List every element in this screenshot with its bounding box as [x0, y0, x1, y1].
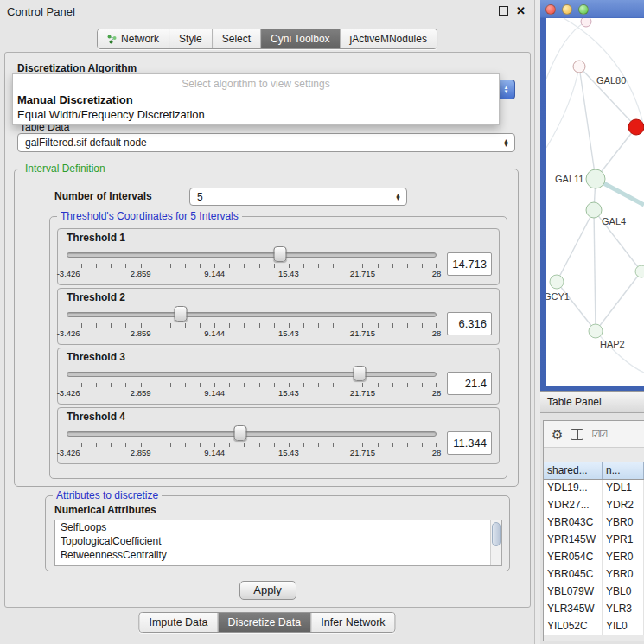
table-cell[interactable]: YER0 [603, 549, 644, 566]
table-row[interactable]: YBR043C YBR0 [544, 514, 644, 532]
table-panel-body: ⚙ ☑☑ shared... n... YDL19... YDL1 YDR27.… [540, 413, 644, 644]
table-data-value: galFiltered.sif default node [25, 137, 147, 149]
node[interactable] [635, 265, 644, 277]
table-cell[interactable]: YBR043C [544, 514, 603, 532]
tab-label: Infer Network [321, 616, 385, 628]
slider-thumb[interactable] [234, 425, 247, 441]
tab-label: Cyni Toolbox [271, 33, 329, 45]
table-cell[interactable]: YDL19... [544, 480, 603, 497]
table-cell[interactable]: YBL0 [603, 583, 644, 601]
table-row[interactable]: YDL19... YDL1 [544, 480, 644, 497]
column-header-name[interactable]: n... [603, 462, 644, 479]
numerical-attributes-label: Numerical Attributes [54, 504, 156, 516]
threshold-slider[interactable]: -3.426 2.859 9.144 15.43 21.715 28 [65, 424, 438, 462]
node-gcy1[interactable] [550, 275, 564, 289]
column-header-shared-name[interactable]: shared... [544, 462, 603, 479]
threshold-value-field[interactable]: 6.316 [447, 312, 492, 335]
threshold-label: Threshold 3 [67, 351, 492, 364]
tab-discretize-data[interactable]: Discretize Data [218, 613, 311, 632]
number-of-intervals-combobox[interactable]: 5 ▲▼ [189, 188, 407, 206]
node-gal11[interactable] [586, 169, 605, 188]
table-cell[interactable]: YPR1 [603, 532, 644, 549]
table-cell[interactable]: YBR045C [544, 566, 603, 583]
tab-jactivemnodules[interactable]: jActiveMNodules [340, 29, 437, 48]
slider-track[interactable] [67, 431, 437, 437]
node-gal4[interactable] [586, 202, 602, 218]
threshold-value-field[interactable]: 21.4 [447, 372, 492, 395]
combobox-arrows-icon[interactable]: ▲▼ [497, 80, 515, 99]
table-cell[interactable]: YIL052C [544, 618, 603, 635]
dropdown-option-equal-width[interactable]: Equal Width/Frequency Discretization [13, 107, 499, 122]
table-cell[interactable]: YDR2 [603, 497, 644, 514]
table-data-combobox[interactable]: galFiltered.sif default node ▲▼ [17, 133, 515, 152]
tab-label: Network [121, 33, 159, 45]
tab-style[interactable]: Style [169, 29, 212, 48]
control-panel-titlebar: Control Panel ✕ [0, 0, 534, 22]
table-row[interactable]: YPR145W YPR1 [544, 532, 644, 549]
dropdown-option-manual-discretization[interactable]: Manual Discretization [13, 92, 499, 107]
table-row[interactable]: YDR27... YDR2 [544, 497, 644, 514]
node-hap2[interactable] [589, 324, 603, 338]
table-row[interactable]: YBL079W YBL0 [544, 583, 644, 601]
tab-label: Style [179, 33, 202, 45]
dropdown-hint-item[interactable]: Select algorithm to view settings [13, 74, 499, 92]
list-item[interactable]: BetweennessCentrality [55, 548, 501, 562]
table-cell[interactable]: YLR3 [603, 601, 644, 618]
threshold-value-field[interactable]: 14.713 [447, 252, 492, 276]
node[interactable] [581, 18, 591, 27]
threshold-slider[interactable]: -3.426 2.859 9.144 15.43 21.715 28 [65, 245, 438, 283]
network-view-window: GAL80 GAL11 GAL4 GCY1 HAP2 [540, 0, 644, 391]
network-canvas[interactable]: GAL80 GAL11 GAL4 GCY1 HAP2 [546, 18, 644, 386]
table-cell[interactable]: YDR27... [544, 497, 603, 514]
tab-infer-network[interactable]: Infer Network [310, 613, 394, 632]
algorithm-dropdown-popup: Select algorithm to view settings Manual… [12, 73, 500, 125]
float-window-icon[interactable] [499, 6, 508, 16]
table-row[interactable]: YIL052C YIL0 [544, 618, 644, 635]
threshold-slider[interactable]: -3.426 2.859 9.144 15.43 21.715 28 [65, 364, 438, 402]
table-panel-header: Table Panel [540, 391, 644, 413]
slider-thumb[interactable] [274, 246, 287, 262]
list-scrollbar[interactable] [490, 520, 501, 565]
table-row[interactable]: YER054C YER0 [544, 549, 644, 566]
list-item[interactable]: SelfLoops [55, 520, 501, 534]
slider-thumb[interactable] [354, 366, 367, 381]
tab-network[interactable]: Network [98, 29, 169, 48]
node-gal80[interactable] [573, 61, 585, 73]
close-icon[interactable]: ✕ [516, 6, 526, 16]
table-cell[interactable]: YBR0 [603, 514, 644, 532]
tab-label: Select [222, 33, 251, 45]
table-cell[interactable]: YBL079W [544, 583, 603, 601]
table-cell[interactable]: YIL0 [603, 618, 644, 635]
list-item[interactable]: TopologicalCoefficient [55, 534, 501, 548]
node-selected-red[interactable] [628, 119, 644, 135]
scrollbar-thumb[interactable] [492, 522, 501, 546]
table-cell[interactable]: YER054C [544, 549, 603, 566]
tab-cyni-toolbox[interactable]: Cyni Toolbox [260, 29, 339, 48]
select-columns-checkbox-icon[interactable]: ☑☑ [591, 430, 607, 439]
tab-impute-data[interactable]: Impute Data [139, 613, 217, 632]
table-row[interactable]: YBR045C YBR0 [544, 566, 644, 583]
table-row[interactable]: YLR345W YLR3 [544, 601, 644, 618]
zoom-traffic-light-icon[interactable] [578, 4, 589, 15]
minimize-traffic-light-icon[interactable] [562, 4, 572, 15]
apply-button[interactable]: Apply [239, 581, 296, 600]
thresholds-stack: Threshold 1 -3.426 2.859 9.144 [50, 217, 507, 478]
table-cell[interactable]: YBR0 [603, 566, 644, 583]
close-traffic-light-icon[interactable] [545, 4, 556, 15]
settings-gear-icon[interactable]: ⚙ [552, 428, 563, 441]
slider-track[interactable] [67, 372, 437, 377]
threshold-value-field[interactable]: 11.344 [447, 431, 492, 455]
threshold-slider[interactable]: -3.426 2.859 9.144 15.43 21.715 28 [65, 304, 438, 342]
slider-track[interactable] [67, 312, 437, 317]
table-cell[interactable]: YPR145W [544, 532, 603, 549]
slider-ticks [67, 264, 437, 268]
node-label-gal80: GAL80 [596, 75, 626, 86]
number-of-intervals-value: 5 [197, 191, 203, 203]
tab-select[interactable]: Select [212, 29, 260, 48]
table-cell[interactable]: YLR345W [544, 601, 603, 618]
column-layout-icon[interactable] [571, 429, 583, 440]
slider-track[interactable] [67, 252, 437, 258]
slider-thumb[interactable] [174, 306, 187, 322]
tab-label: jActiveMNodules [350, 33, 427, 45]
table-cell[interactable]: YDL1 [603, 480, 644, 497]
